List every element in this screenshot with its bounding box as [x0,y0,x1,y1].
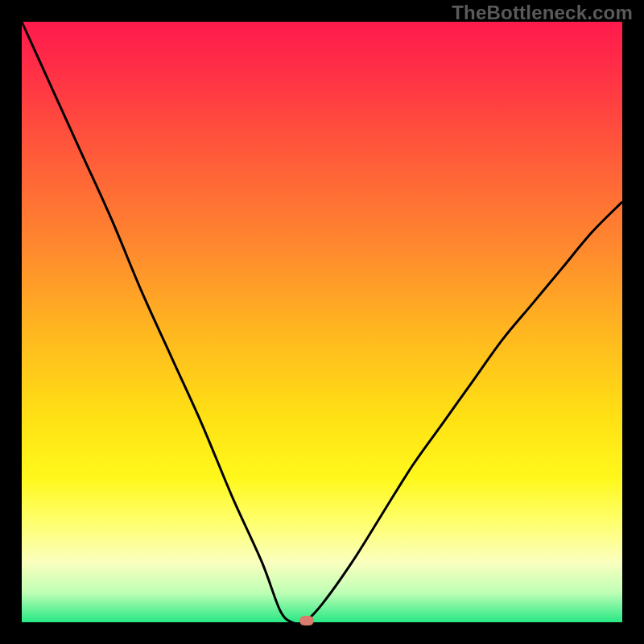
curve-svg [22,22,622,622]
plot-area [22,22,622,622]
minimum-marker [299,616,314,625]
chart-frame: TheBottleneck.com [0,0,644,644]
watermark-text: TheBottleneck.com [452,2,633,24]
bottleneck-curve-path [22,22,622,624]
